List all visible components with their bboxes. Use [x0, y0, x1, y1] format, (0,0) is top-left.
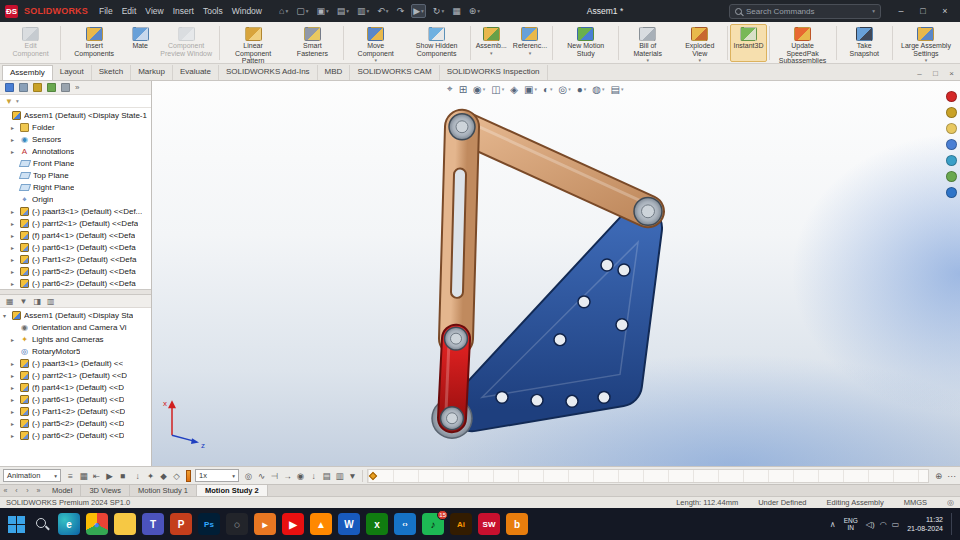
network-icon[interactable]: ◠ [880, 520, 887, 529]
zoom-area-icon[interactable]: ⊞ [459, 84, 467, 95]
tree-item[interactable]: ▸(-) part5<2> (Default) <<Defa [0, 265, 151, 277]
taskbar-app-photoshop[interactable]: Ps [198, 513, 220, 535]
autokey-icon[interactable]: ◆ [158, 471, 169, 481]
timeline-key-icon[interactable] [369, 471, 377, 479]
tree-item[interactable]: Right Plane [0, 181, 151, 193]
clock[interactable]: 11:32 21-08-2024 [907, 515, 943, 533]
ribbon-mate[interactable]: Mate [125, 24, 155, 62]
ribbon-take-snapshot[interactable]: Take Snapshot [838, 24, 890, 62]
tab-nav-icon-0[interactable]: « [0, 485, 11, 496]
print-icon[interactable]: ▥▾ [356, 5, 370, 17]
open-icon[interactable]: ▣▾ [315, 5, 329, 17]
filter-funnel-icon[interactable]: ▼ [5, 97, 13, 106]
motion-timeline[interactable] [367, 469, 929, 483]
select-icon[interactable]: ▶▾ [411, 4, 426, 18]
menu-edit[interactable]: Edit [122, 6, 137, 16]
taskbar-search-button[interactable] [32, 514, 52, 534]
doc-close-button[interactable]: × [945, 69, 958, 78]
taskbar-app-vscode[interactable]: ‹› [394, 513, 416, 535]
ribbon-instant3d[interactable]: Instant3D [730, 24, 766, 62]
tree-item[interactable]: ▸(-) part6<2> (Default) <<Defa [0, 277, 151, 289]
minimize-button[interactable]: – [891, 3, 911, 19]
ribbon-large-assembly-settings[interactable]: Large Assembly Settings▾ [895, 24, 957, 62]
calculate-icon[interactable]: ▦ [78, 471, 89, 481]
motor-icon[interactable]: ◎ [243, 471, 254, 481]
ribbon-show-hidden-components[interactable]: Show Hidden Components [406, 24, 468, 62]
save-icon[interactable]: ▤▾ [336, 5, 350, 17]
doc-tab-3d-views[interactable]: 3D Views [81, 485, 130, 496]
force-icon[interactable]: → [282, 471, 293, 481]
section-view-icon[interactable]: ◫▾ [491, 84, 504, 95]
taskbar-app-chrome[interactable]: ● [86, 513, 108, 535]
taskbar-app-powerpoint[interactable]: P [170, 513, 192, 535]
mm-filter-driving-icon[interactable]: ◨ [33, 297, 41, 306]
filters-icon[interactable]: ▼ [347, 471, 358, 481]
rebuild-icon[interactable]: ↻▾ [432, 5, 445, 17]
tree-item[interactable]: ◉Orientation and Camera Vi [0, 321, 151, 333]
tab-layout[interactable]: Layout [53, 65, 92, 80]
speaker-icon[interactable]: ◁) [866, 520, 875, 529]
tab-mbd[interactable]: MBD [318, 65, 351, 80]
start-button[interactable] [6, 514, 26, 534]
solidworks-resources-icon[interactable] [946, 91, 957, 102]
display-style-icon[interactable]: ◐▾ [543, 84, 553, 95]
tab-sketch[interactable]: Sketch [92, 65, 131, 80]
tab-solidworks-inspection[interactable]: SOLIDWORKS Inspection [440, 65, 548, 80]
tab-nav-icon-1[interactable]: ‹ [11, 485, 22, 496]
menu-view[interactable]: View [145, 6, 163, 16]
file-explorer-icon[interactable] [946, 123, 957, 134]
search-caret-icon[interactable]: ▾ [872, 8, 875, 14]
forum-icon[interactable] [946, 187, 957, 198]
dynamic-annotation-icon[interactable]: ◈ [510, 84, 518, 95]
doc-restore-button[interactable]: □ [929, 69, 942, 78]
tab-solidworks-cam[interactable]: SOLIDWORKS CAM [350, 65, 439, 80]
taskbar-app-media-player[interactable]: ▸ [254, 513, 276, 535]
ribbon-edit-component[interactable]: Edit Component [3, 24, 58, 62]
custom-properties-icon[interactable] [946, 171, 957, 182]
taskbar-app-solidworks[interactable]: SW [478, 513, 500, 535]
play-from-start-icon[interactable]: ⇤ [91, 471, 102, 481]
show-desktop-button[interactable] [951, 513, 954, 535]
tree-item[interactable]: Assem1 (Default) <Display State-1 [0, 109, 151, 121]
menu-insert[interactable]: Insert [173, 6, 194, 16]
motionmanager-toggle-icon[interactable]: ≡ [65, 471, 76, 481]
menu-file[interactable]: File [99, 6, 113, 16]
panel-expand-icon[interactable]: » [75, 83, 79, 92]
tree-item[interactable]: ⌖Origin [0, 193, 151, 205]
mm-filter-animated-icon[interactable]: ▼ [20, 297, 28, 306]
tree-item[interactable]: Top Plane [0, 169, 151, 181]
tree-item[interactable]: ▸(f) part4<1> (Default) <<D [0, 381, 151, 393]
tab-nav-icon-2[interactable]: › [22, 485, 33, 496]
tree-item[interactable]: ▸(-) paart3<1> (Default) << [0, 357, 151, 369]
battery-icon[interactable]: ▭ [892, 520, 900, 529]
tree-item[interactable]: Front Plane [0, 157, 151, 169]
view-palette-icon[interactable] [946, 139, 957, 150]
tab-assembly[interactable]: Assembly [2, 65, 53, 80]
tree-item[interactable]: ▸✦Lights and Cameras [0, 333, 151, 345]
taskbar-app-vlc[interactable]: ▲ [310, 513, 332, 535]
units-icon[interactable]: ◎ [947, 498, 954, 507]
ribbon-new-motion-study[interactable]: New Motion Study [555, 24, 616, 62]
tree-item[interactable]: ▸Folder [0, 121, 151, 133]
tree-item[interactable]: ▸(-) parrt2<1> (Default) <<Defa [0, 217, 151, 229]
playback-speed-select[interactable]: 1x ▾ [195, 469, 239, 482]
taskbar-app-teams[interactable]: T [142, 513, 164, 535]
tab-solidworks-add-ins[interactable]: SOLIDWORKS Add-Ins [219, 65, 318, 80]
taskbar-app-illustrator[interactable]: Ai [450, 513, 472, 535]
language-indicator[interactable]: ENG IN [844, 517, 858, 532]
tree-item[interactable]: ▸◉Sensors [0, 133, 151, 145]
doc-tab-motion-study-2[interactable]: Motion Study 2 [197, 485, 268, 496]
tab-evaluate[interactable]: Evaluate [173, 65, 219, 80]
propertymanager-icon[interactable] [19, 83, 28, 92]
menu-tools[interactable]: Tools [203, 6, 223, 16]
taskbar-app-word[interactable]: W [338, 513, 360, 535]
doc-tab-motion-study-1[interactable]: Motion Study 1 [130, 485, 197, 496]
damper-icon[interactable]: ⊣ [269, 471, 280, 481]
timebar-marker[interactable] [186, 470, 191, 482]
taskbar-app-youtube[interactable]: ▶ [282, 513, 304, 535]
home-icon[interactable]: ⌂▾ [278, 5, 289, 17]
view-settings-icon[interactable]: ▤▾ [611, 84, 624, 95]
new-document-icon[interactable]: ▢▾ [295, 5, 309, 17]
ribbon-component-preview-window[interactable]: Component Preview Window [155, 24, 217, 62]
taskbar-app-xbox[interactable]: x [366, 513, 388, 535]
